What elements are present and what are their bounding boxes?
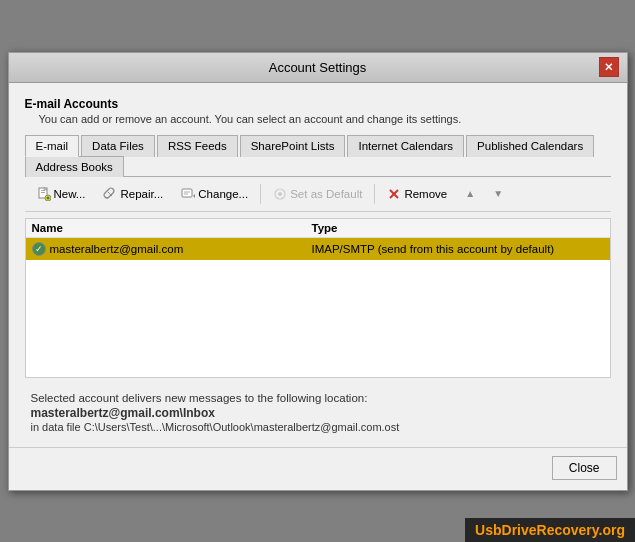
close-dialog-button[interactable]: Close bbox=[552, 456, 617, 480]
tab-internet-calendars[interactable]: Internet Calendars bbox=[347, 135, 464, 157]
window-title: Account Settings bbox=[269, 60, 367, 75]
new-button[interactable]: New... bbox=[29, 183, 94, 205]
account-list: Name Type ✓ masteralbertz@gmail.com IMAP… bbox=[25, 218, 611, 378]
row-type: IMAP/SMTP (send from this account by def… bbox=[312, 243, 604, 255]
remove-label: Remove bbox=[404, 188, 447, 200]
account-settings-window: Account Settings ✕ E-mail Accounts You c… bbox=[8, 52, 628, 491]
tab-address-books[interactable]: Address Books bbox=[25, 156, 124, 177]
svg-rect-8 bbox=[182, 189, 192, 197]
tab-email[interactable]: E-mail bbox=[25, 135, 80, 157]
move-up-icon: ▲ bbox=[465, 188, 475, 199]
watermark-prefix: UsbDrive bbox=[475, 522, 536, 538]
toolbar-separator-2 bbox=[374, 184, 375, 204]
new-icon bbox=[37, 187, 51, 201]
change-label: Change... bbox=[198, 188, 248, 200]
set-default-button[interactable]: Set as Default bbox=[265, 183, 370, 205]
remove-icon bbox=[387, 187, 401, 201]
watermark-suffix: Recovery.org bbox=[537, 522, 625, 538]
list-header: Name Type bbox=[26, 219, 610, 238]
col-name-header: Name bbox=[32, 222, 312, 234]
new-label: New... bbox=[54, 188, 86, 200]
tabs-container: E-mail Data Files RSS Feeds SharePoint L… bbox=[25, 135, 611, 177]
section-description: You can add or remove an account. You ca… bbox=[25, 113, 611, 125]
status-location: masteralbertz@gmail.com\Inbox bbox=[31, 406, 605, 420]
status-description: Selected account delivers new messages t… bbox=[31, 392, 605, 404]
move-down-button[interactable]: ▼ bbox=[485, 184, 511, 203]
toolbar: New... Repair... Change... bbox=[25, 177, 611, 212]
repair-button[interactable]: Repair... bbox=[95, 183, 171, 205]
footer: Close bbox=[9, 447, 627, 490]
svg-point-13 bbox=[278, 192, 282, 196]
toolbar-separator bbox=[260, 184, 261, 204]
title-bar: Account Settings ✕ bbox=[9, 53, 627, 83]
tab-sharepoint[interactable]: SharePoint Lists bbox=[240, 135, 346, 157]
set-default-icon bbox=[273, 187, 287, 201]
table-row[interactable]: ✓ masteralbertz@gmail.com IMAP/SMTP (sen… bbox=[26, 238, 610, 260]
tab-rss-feeds[interactable]: RSS Feeds bbox=[157, 135, 238, 157]
col-type-header: Type bbox=[312, 222, 604, 234]
repair-icon bbox=[103, 187, 117, 201]
row-name: ✓ masteralbertz@gmail.com bbox=[32, 242, 312, 256]
remove-button[interactable]: Remove bbox=[379, 183, 455, 205]
svg-marker-11 bbox=[193, 194, 195, 198]
tab-data-files[interactable]: Data Files bbox=[81, 135, 155, 157]
move-up-button[interactable]: ▲ bbox=[457, 184, 483, 203]
repair-label: Repair... bbox=[120, 188, 163, 200]
set-default-label: Set as Default bbox=[290, 188, 362, 200]
window-close-button[interactable]: ✕ bbox=[599, 57, 619, 77]
svg-rect-2 bbox=[41, 192, 45, 193]
tab-published-calendars[interactable]: Published Calendars bbox=[466, 135, 594, 157]
section-title: E-mail Accounts bbox=[25, 97, 611, 111]
change-button[interactable]: Change... bbox=[173, 183, 256, 205]
status-datafile: in data file C:\Users\Test\...\Microsoft… bbox=[31, 421, 605, 433]
main-content: E-mail Accounts You can add or remove an… bbox=[9, 83, 627, 447]
status-area: Selected account delivers new messages t… bbox=[25, 384, 611, 437]
check-icon: ✓ bbox=[32, 242, 46, 256]
move-down-icon: ▼ bbox=[493, 188, 503, 199]
change-icon bbox=[181, 187, 195, 201]
watermark: UsbDriveRecovery.org bbox=[465, 518, 635, 542]
